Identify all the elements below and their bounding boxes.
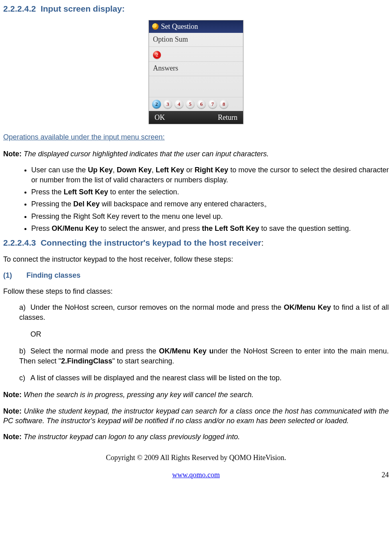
text: will backspace and remove any entered ch… [100,200,271,208]
device-body: Option Sum 2 Answers 2 3 4 5 6 7 8 [149,33,243,111]
step-c: c)A list of classes will be displayed an… [19,373,389,383]
text: User can use the [31,166,88,174]
note-label: Note: [3,407,22,415]
text: Pressing the Right Soft Key revert to th… [31,212,223,220]
key-name: OK/Menu Key [284,303,331,311]
text: " to start searching. [112,357,174,365]
key-name: Left Key [156,166,184,174]
set-question-icon [152,23,159,30]
device-titlebar: Set Question [149,20,243,32]
number-ball: 5 [186,100,195,109]
text: , [113,166,117,174]
selected-count-badge: 2 [153,51,161,59]
list-item: Pressing the Del Key will backspace and … [31,199,389,209]
substep-title: Finding classes [26,271,80,279]
key-name: OK/Menu Key [52,224,99,232]
device-number-row: 2 3 4 5 6 7 8 [149,97,243,111]
text: or [184,166,195,174]
text: to enter the selection. [108,188,179,196]
key-name: Right Key [195,166,228,174]
section-number: 2.2.2.4.2 [3,4,36,13]
step-letter: c) [19,373,30,383]
key-name: the Left Soft Key [202,224,259,232]
number-ball: 4 [175,100,183,109]
list-item: User can use the Up Key, Down Key, Left … [31,165,389,185]
step-letter: b) [19,346,30,356]
section-intro: To connect the instructor keypad to the … [3,254,389,264]
section-heading-input-screen: 2.2.2.4.2 Input screen display: [3,3,389,14]
note-logon: Note: The instructor keypad can logon to… [3,432,389,442]
text: to select the answer, and press [99,224,202,232]
step-letter: a) [19,303,30,312]
page-footer: Copyright © 2009 All Rights Reserved by … [3,453,389,480]
device-badge-row: 2 [149,47,243,62]
device-softkey-ok: OK [155,113,165,122]
colon: : [261,238,264,247]
note-body: The instructor keypad can logon to any c… [24,433,240,441]
lettered-steps-cont: b)Select the normal mode and press the O… [3,346,389,383]
number-ball: 7 [208,100,217,109]
text: Select the normal mode and press the [30,347,159,355]
device-frame: Set Question Option Sum 2 Answers 2 3 4 … [149,20,243,124]
step-b: b)Select the normal mode and press the O… [19,346,389,366]
key-name: OK/Menu Key u [159,347,213,355]
text: A list of classes will be displayed and … [30,374,281,382]
substep-number: (1) [3,270,12,280]
footer-url-link[interactable]: www.qomo.com [172,470,220,480]
number-ball: 6 [197,100,206,109]
text: Pressing the [31,200,73,208]
number-ball: 3 [163,100,172,109]
note-body: Unlike the student keypad, the instructo… [3,407,389,425]
step-a: a)Under the NoHost screen, cursor remove… [19,303,389,322]
device-softkey-return: Return [218,113,237,122]
finding-intro: Follow these steps to find classes: [3,287,389,296]
text: Under the NoHost screen, cursor removes … [30,303,284,311]
operations-heading: Operations available under the input men… [3,132,389,142]
note-search-cancel: Note: When the search is in progress, pr… [3,390,389,400]
substep-heading: (1)Finding classes [3,270,389,280]
note-cursor: Note: The displayed cursor highlighted i… [3,149,389,159]
device-row-option-sum: Option Sum [149,33,243,47]
device-row-answers: Answers [149,62,243,76]
list-item: Press OK/Menu Key to select the answer, … [31,224,389,233]
key-name: Del Key [73,200,100,208]
list-item: Pressing the Right Soft Key revert to th… [31,212,389,221]
key-name: Down Key [117,166,152,174]
page-number: 24 [382,470,389,480]
device-softkey-bar: OK Return [149,111,243,124]
section-number: 2.2.2.4.3 [3,238,36,247]
key-name: Up Key [88,166,113,174]
text: to save the question setting. [259,224,351,232]
note-label: Note: [3,433,22,441]
text: Press the [31,188,64,196]
copyright-text: Copyright © 2009 All Rights Reserved by … [3,453,389,462]
note-body: When the search is in progress, pressing… [24,391,253,399]
note-label: Note: [3,150,22,158]
section-title: Input screen display: [40,4,125,13]
number-ball: 8 [219,100,228,109]
device-screenshot: Set Question Option Sum 2 Answers 2 3 4 … [3,20,389,124]
device-title: Set Question [161,22,198,31]
number-ball: 2 [152,100,161,109]
section-heading-connecting: 2.2.2.4.3 Connecting the instructor's ke… [3,237,389,248]
note-label: Note: [3,391,22,399]
note-instructor-search: Note: Unlike the student keypad, the ins… [3,406,389,426]
or-separator: OR [3,329,389,339]
list-item: Press the Left Soft Key to enter the sel… [31,187,389,197]
device-spacer [149,76,243,97]
note-body: The displayed cursor highlighted indicat… [24,150,269,158]
menu-name: 2.FindingClass [61,357,112,365]
text: , [152,166,156,174]
section-title: Connecting the instructor's keypad to th… [40,238,261,247]
operation-bullets: User can use the Up Key, Down Key, Left … [3,165,389,233]
text: Press [31,224,52,232]
key-name: Left Soft Key [64,188,108,196]
lettered-steps: a)Under the NoHost screen, cursor remove… [3,303,389,322]
